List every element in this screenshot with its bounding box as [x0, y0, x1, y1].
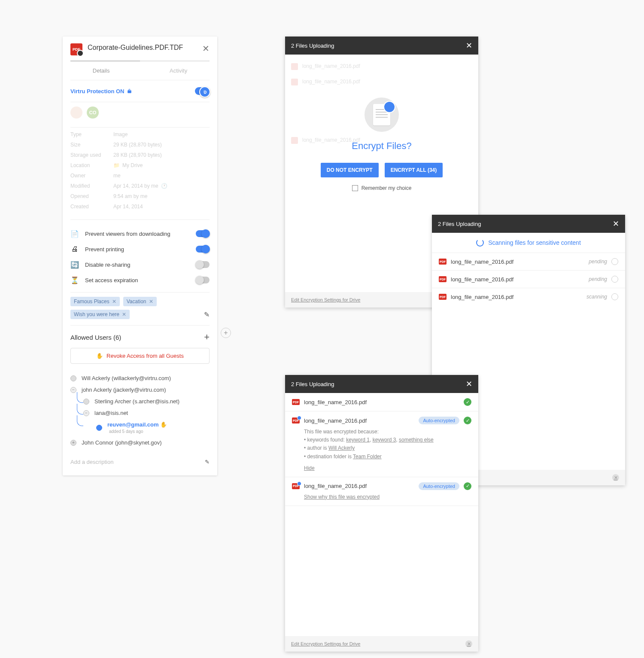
meta-value: Apr 14, 2014 by me 🕐	[113, 183, 167, 189]
close-icon[interactable]: ✕	[466, 41, 472, 50]
option-toggle[interactable]	[196, 261, 210, 268]
spinner-icon	[476, 239, 484, 247]
close-icon[interactable]: ✕	[613, 219, 619, 228]
pdf-icon: PDF	[439, 294, 447, 300]
option-toggle[interactable]	[196, 230, 210, 237]
status-indicator-icon	[611, 258, 618, 265]
status-indicator-icon	[611, 293, 618, 300]
option-label: Disable re-sharing	[85, 262, 190, 268]
tag-chip[interactable]: Wish you were here ✕	[70, 310, 130, 319]
status-indicator-icon	[611, 276, 618, 283]
meta-value: 9:54 am by me	[113, 193, 147, 199]
option-toggle[interactable]	[196, 246, 210, 253]
file-status: pending	[589, 259, 607, 265]
check-icon: ✓	[464, 417, 471, 424]
dismiss-icon[interactable]: ✕	[612, 474, 619, 481]
author-link[interactable]: Will Ackerly	[328, 445, 355, 451]
dismiss-icon[interactable]: ✕	[465, 640, 472, 647]
virtru-toggle[interactable]	[195, 87, 210, 95]
tab-details[interactable]: Details	[93, 67, 110, 74]
file-details-panel: PDF Corporate-Guidelines.PDF.TDF ✕ Detai…	[63, 37, 217, 475]
user-bullet-icon	[96, 425, 102, 431]
add-user-icon[interactable]: +	[204, 332, 210, 343]
option-label: Prevent viewers from downloading	[85, 231, 190, 237]
pdf-icon: PDF	[439, 259, 447, 265]
pdf-icon: PDF	[292, 399, 300, 405]
folder-link[interactable]: Team Folder	[353, 454, 382, 460]
file-status: scanning	[586, 294, 607, 300]
meta-value: Image	[113, 131, 128, 137]
upload-header-title: 2 Files Uploading	[291, 381, 334, 387]
edit-encryption-settings-link[interactable]: Edit Encryption Settings for Drive	[291, 297, 360, 302]
scanning-banner-text: Scanning files for sensitive content	[488, 239, 581, 246]
meta-label: Modified	[70, 183, 113, 189]
keyword-link[interactable]: something else	[399, 437, 434, 443]
option-label: Set access expiration	[85, 277, 190, 283]
meta-value: Apr 14, 2014	[113, 204, 143, 210]
user-added-timestamp: added 5 days ago	[109, 429, 143, 434]
edit-description-icon[interactable]: ✎	[205, 459, 210, 465]
meta-label: Owner	[70, 173, 113, 179]
remember-checkbox[interactable]	[352, 185, 358, 191]
tag-chip[interactable]: Vacation ✕	[123, 297, 157, 306]
meta-label: Size	[70, 142, 113, 148]
option-toggle[interactable]	[196, 277, 210, 283]
close-icon[interactable]: ✕	[466, 379, 472, 389]
user-item: Sterling Archer (s.archer@isis.net)	[94, 398, 179, 405]
file-name: long_file_name_2016.pdf	[304, 417, 414, 424]
hide-details-link[interactable]: Hide	[292, 465, 315, 471]
do-not-encrypt-button[interactable]: DO NOT ENCRYPT	[321, 163, 379, 177]
meta-label: Opened	[70, 193, 113, 199]
allowed-users-header: Allowed Users (6)	[70, 334, 121, 341]
file-name: long_file_name_2016.pdf	[304, 399, 459, 405]
user-item: John Connor (john@skynet.gov)	[82, 439, 162, 446]
collapse-icon[interactable]: −	[70, 387, 76, 393]
encrypt-prompt-title: Encrypt Files?	[304, 140, 459, 152]
tab-activity[interactable]: Activity	[170, 67, 187, 74]
pdf-icon: PDF	[439, 276, 447, 282]
unlock-icon	[127, 88, 132, 94]
revoke-access-button[interactable]: ✋ Revoke Access from all Guests	[70, 348, 210, 364]
remove-tag-icon[interactable]: ✕	[122, 311, 126, 317]
option-icon: ⏳	[70, 276, 79, 284]
keyword-link[interactable]: keyword 1	[346, 437, 370, 443]
file-name: long_file_name_2016.pdf	[451, 276, 584, 283]
remove-tag-icon[interactable]: ✕	[149, 299, 153, 305]
remove-tag-icon[interactable]: ✕	[112, 299, 116, 305]
avatar: CO	[87, 107, 99, 119]
meta-label: Created	[70, 204, 113, 210]
hand-stop-icon: ✋	[96, 353, 103, 359]
edit-encryption-settings-link[interactable]: Edit Encryption Settings for Drive	[291, 641, 360, 646]
pdf-lock-icon: PDF	[292, 483, 300, 489]
document-lock-icon	[365, 97, 399, 132]
encrypt-all-button[interactable]: ENCRYPT ALL (34)	[385, 163, 443, 177]
edit-tags-icon[interactable]: ✎	[204, 311, 210, 319]
auto-encrypted-badge: Auto-encrypted	[419, 482, 459, 490]
meta-label: Location	[70, 162, 113, 168]
option-label: Prevent printing	[85, 246, 190, 253]
user-item: Will Ackerly (willackerly@virtru.com)	[82, 375, 171, 381]
meta-value: 📁My Drive	[113, 162, 143, 168]
collapse-icon[interactable]: −	[83, 410, 89, 416]
file-status: pending	[589, 276, 607, 282]
add-circle-button[interactable]: +	[221, 328, 231, 338]
upload-panel-results: 2 Files Uploading ✕ PDF long_file_name_2…	[285, 375, 478, 652]
close-icon[interactable]: ✕	[202, 43, 210, 54]
hand-stop-icon[interactable]: ✋	[160, 421, 167, 428]
show-why-link[interactable]: Show why this file was encrypted	[304, 494, 380, 500]
virtru-protection-label: Virtru Protection ON	[70, 88, 195, 94]
user-item: john Ackerly (jackerly@virtru.com)	[82, 387, 166, 393]
meta-value: me	[113, 173, 121, 179]
keyword-link[interactable]: keyword 3	[373, 437, 396, 443]
file-name: long_file_name_2016.pdf	[451, 294, 582, 300]
expand-icon[interactable]: +	[70, 440, 76, 446]
pdf-lock-icon: PDF	[70, 43, 82, 55]
option-icon: 📄	[70, 229, 79, 238]
meta-value: 28 KB (28,970 bytes)	[113, 152, 162, 158]
avatar	[70, 107, 82, 119]
file-name: long_file_name_2016.pdf	[451, 259, 584, 265]
tag-chip[interactable]: Famous Places ✕	[70, 297, 120, 306]
add-description-placeholder[interactable]: Add a description	[70, 459, 113, 465]
pdf-lock-icon: PDF	[292, 417, 300, 423]
auto-encrypted-badge: Auto-encrypted	[419, 417, 459, 424]
